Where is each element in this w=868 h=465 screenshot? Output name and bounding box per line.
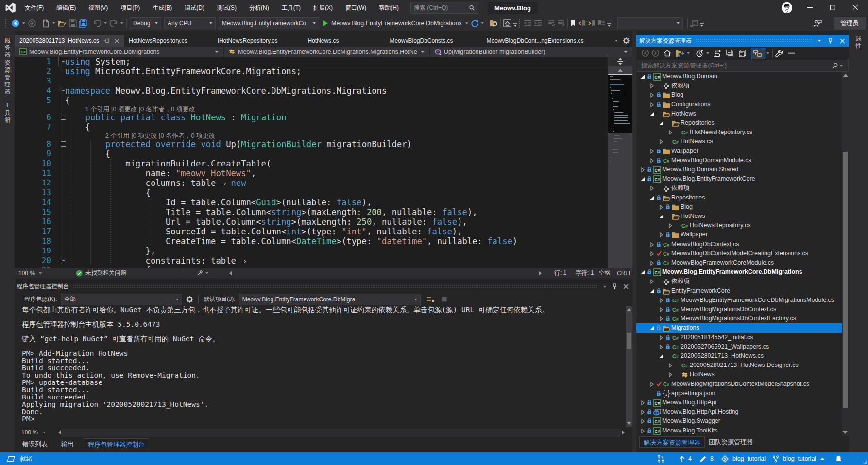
se-sync-with-active-document-button[interactable] — [751, 48, 765, 59]
default-project-combo[interactable]: Meowv.Blog.EntityFrameworkCore.DbMigra — [239, 294, 421, 305]
scrollbar-thumb[interactable] — [843, 152, 848, 408]
menu-item-b[interactable]: 生成(B) — [146, 0, 178, 16]
startup-project-combo[interactable]: Meowv.Blog.EntityFrameworkCo — [219, 17, 319, 29]
solution-configuration-combo[interactable]: Debug — [130, 17, 161, 29]
scrollbar-thumb[interactable] — [627, 333, 631, 349]
tree-item-wallpaper[interactable]: Wallpaper — [636, 147, 842, 156]
expander-expanded-icon[interactable] — [649, 289, 654, 294]
scroll-up-icon[interactable] — [618, 69, 623, 72]
expander-expanded-icon[interactable] — [649, 112, 654, 116]
fold-collapse-icon[interactable]: − — [61, 258, 66, 263]
breadcrumb-segment[interactable]: Meowv.Blog.EntityFrameworkCore.DbMigrati… — [224, 47, 429, 57]
toggle-bookmark-button[interactable] — [569, 17, 577, 30]
tree-item-hotnewsrepositorycs[interactable]: C#HotNewsRepository.cs — [636, 221, 842, 230]
splitter-handle-icon[interactable] — [608, 57, 632, 66]
package-source-combo[interactable]: 全部 — [61, 294, 182, 305]
expander-collapsed-icon[interactable] — [649, 382, 654, 387]
expander-collapsed-icon[interactable] — [640, 167, 645, 172]
console-scrollbar[interactable] — [626, 306, 632, 427]
pull-request-icon[interactable] — [657, 455, 664, 463]
expander-collapsed-icon[interactable] — [668, 372, 673, 377]
expander-collapsed-icon[interactable] — [640, 429, 645, 433]
tab-list-dropdown-icon[interactable] — [615, 40, 618, 42]
vertical-splitter[interactable] — [632, 31, 636, 453]
tree-item-meowvblogdbcontextmodelcreatingextensionscs[interactable]: C#MeowvBlogDbContextModelCreatingExtensi… — [636, 249, 842, 258]
se-bottom-tab[interactable]: 团队资源管理器 — [705, 436, 757, 448]
tree-item-blog[interactable]: Blog — [636, 90, 842, 100]
clear-console-icon[interactable] — [426, 296, 435, 303]
tree-item-[interactable]: 依赖项 — [636, 81, 842, 90]
scroll-right-icon[interactable] — [539, 271, 542, 276]
scroll-up-icon[interactable] — [843, 74, 848, 77]
expander-expanded-icon[interactable] — [640, 270, 645, 275]
tree-item-meowvblogdomain[interactable]: C#Meowv.Blog.Domain — [636, 72, 842, 81]
code-editor[interactable]: 1−using System;2using Microsoft.EntityFr… — [15, 57, 632, 268]
menu-item-t[interactable]: 工具(T) — [275, 0, 307, 16]
tree-item-20200527065921wallpaperscs[interactable]: C#20200527065921_Wallpapers.cs — [636, 342, 842, 351]
expander-collapsed-icon[interactable] — [659, 345, 664, 349]
solution-explorer-home-button[interactable] — [502, 17, 512, 30]
tree-item-meowvblogframeworkcoremodulecs[interactable]: C#MeowvBlogFrameworkCoreModule.cs — [636, 258, 842, 267]
notifications-bell-icon[interactable] — [835, 455, 842, 463]
console-horizontal-scrollbar[interactable] — [61, 429, 621, 437]
expander-collapsed-icon[interactable] — [659, 335, 664, 340]
tree-item-meowvblogdomainshared[interactable]: C#Meowv.Blog.Domain.Shared — [636, 165, 842, 174]
tree-item-wallpaper[interactable]: Wallpaper — [636, 230, 842, 239]
maximize-button[interactable] — [824, 0, 841, 15]
se-switch-views-button[interactable] — [674, 47, 685, 60]
expander-collapsed-icon[interactable] — [640, 400, 645, 405]
expander-collapsed-icon[interactable] — [649, 158, 654, 163]
breadcrumb-dropdown-icon[interactable] — [215, 51, 219, 53]
start-debugging-button[interactable]: Meowv.Blog.EntityFrameworkCore.DbMigrati… — [321, 17, 464, 30]
find-in-files-button[interactable] — [489, 17, 499, 30]
document-tab[interactable]: IHotNewsRepository.cs — [203, 35, 293, 47]
expander-collapsed-icon[interactable] — [659, 205, 664, 210]
start-debugging-dropdown-icon[interactable] — [465, 22, 468, 24]
horizontal-scrollbar[interactable] — [232, 269, 539, 277]
menu-item-x[interactable]: 扩展(X) — [307, 0, 339, 16]
breadcrumb-segment[interactable]: C#Meowv.Blog.EntityFrameworkCore.DbMigra… — [16, 47, 223, 57]
tree-item-hotnewscs[interactable]: C#HotNews.cs — [636, 137, 842, 146]
menu-item-p[interactable]: 项目(P) — [114, 0, 146, 16]
side-tab-properties[interactable]: 属 性 — [855, 35, 862, 50]
se-close-icon[interactable] — [840, 38, 845, 44]
tree-item-meowvbloghttpapi[interactable]: C#Meowv.Blog.HttpApi — [636, 398, 842, 407]
branch-name[interactable]: blog_tutorial — [783, 455, 816, 462]
side-tab[interactable]: 工 具 箱 — [4, 102, 11, 124]
expander-collapsed-icon[interactable] — [649, 186, 654, 191]
document-tab[interactable]: MeowvBlogDbConsts.cs — [374, 35, 468, 47]
expander-collapsed-icon[interactable] — [649, 242, 654, 247]
pmc-console-output[interactable]: 每个包都由其所有者许可给你。NuGet 不负责第三方包，也不授予其许可证。一些包… — [15, 306, 632, 427]
expander-collapsed-icon[interactable] — [649, 261, 654, 266]
expander-collapsed-icon[interactable] — [668, 130, 673, 135]
tree-item-meowvblogdbcontextcs[interactable]: C#MeowvBlogDbContext.cs — [636, 240, 842, 249]
expander-expanded-icon[interactable] — [659, 214, 664, 219]
editor-zoom-dropdown-icon[interactable] — [39, 272, 42, 274]
tree-item-meowvblogdomainmodulecs[interactable]: C#MeowvBlogDomainModule.cs — [636, 156, 842, 165]
user-avatar[interactable] — [782, 2, 792, 13]
pin-tab-icon[interactable] — [103, 38, 110, 44]
close-window-button[interactable] — [847, 0, 864, 15]
expander-expanded-icon[interactable] — [659, 121, 664, 126]
text-search-combo[interactable] — [617, 17, 683, 29]
expander-collapsed-icon[interactable] — [649, 251, 654, 256]
scroll-down-icon[interactable] — [627, 422, 631, 425]
menu-item-v[interactable]: 视图(V) — [82, 0, 114, 16]
expander-expanded-icon[interactable] — [659, 354, 664, 359]
push-arrow-icon[interactable] — [679, 455, 685, 462]
tree-item-meowvblogmigrationsdbcontextmodelsnapshotcs[interactable]: C#MeowvBlogMigrationsDbContextModelSnaps… — [636, 380, 842, 389]
solution-explorer-search-box[interactable]: 搜索解决方案资源管理器(Ctrl+;) — [637, 60, 849, 72]
document-tab[interactable]: MeowvBlogDbCont...ngExtensions.cs — [472, 35, 599, 47]
se-refresh-button[interactable] — [713, 47, 722, 60]
tree-item-[interactable]: 依赖项 — [636, 277, 842, 286]
pmc-title-drag-texture[interactable] — [73, 284, 598, 289]
se-switch-views-dropdown-icon[interactable] — [687, 52, 690, 54]
se-properties-button[interactable] — [738, 47, 747, 60]
expander-collapsed-icon[interactable] — [659, 139, 664, 144]
document-tab[interactable]: HotNews.cs — [292, 35, 354, 47]
se-preview-selected-button[interactable] — [774, 47, 784, 60]
side-tab[interactable]: 服 务 器 资 源 管 理 器 — [4, 37, 11, 96]
editor-zoom-value[interactable]: 100 % — [18, 270, 35, 277]
menu-item-f[interactable]: 文件(F) — [18, 0, 50, 16]
scroll-up-icon[interactable] — [627, 308, 631, 311]
